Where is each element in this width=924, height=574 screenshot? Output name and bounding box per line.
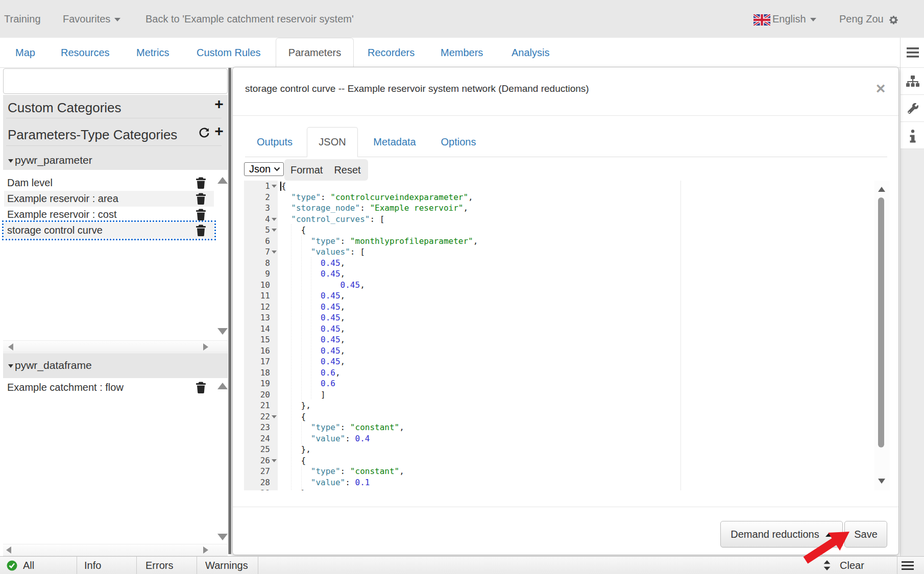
dialog-tab-options[interactable]: Options — [430, 127, 487, 157]
tools-button[interactable] — [901, 95, 924, 122]
log-tab-info[interactable]: Info — [84, 557, 101, 574]
nav-back-link[interactable]: Back to 'Example catchment reservoir sys… — [145, 0, 354, 38]
scroll-left-icon[interactable] — [6, 546, 11, 554]
panel-splitter[interactable] — [228, 68, 231, 554]
collapse-triangle-icon — [8, 364, 13, 368]
editor-mode-select[interactable]: Json — [244, 162, 284, 176]
statusbar-separator — [258, 557, 258, 574]
scroll-up-icon[interactable] — [217, 177, 228, 184]
scroll-up-icon[interactable] — [878, 187, 885, 192]
menu-toggle-button[interactable] — [901, 38, 924, 68]
line-number: 22 — [244, 411, 270, 422]
add-parameter-category-button[interactable]: + — [212, 125, 226, 138]
scroll-left-icon[interactable] — [8, 343, 13, 351]
line-number: 25 — [244, 444, 270, 455]
trash-icon[interactable] — [196, 224, 206, 236]
uk-flag-icon — [753, 14, 770, 26]
line-number: 9 — [244, 268, 270, 280]
json-code-editor[interactable]: 1234567891011121314151617181920212223242… — [244, 181, 890, 490]
log-tab-warnings[interactable]: Warnings — [205, 557, 248, 574]
scroll-down-icon[interactable] — [217, 328, 228, 335]
add-custom-category-button[interactable]: + — [212, 98, 226, 111]
list-item[interactable]: Dam level — [4, 175, 214, 191]
list-item[interactable]: Example reservoir : cost — [4, 207, 214, 222]
statusbar-separator — [197, 557, 197, 574]
tab-label: Parameters — [276, 38, 353, 67]
scrollbar-thumb[interactable] — [878, 197, 884, 447]
horizontal-scrollbar[interactable] — [3, 340, 228, 353]
info-icon — [910, 130, 916, 143]
trash-icon[interactable] — [196, 177, 206, 189]
scroll-up-icon[interactable] — [217, 383, 228, 389]
refresh-icon[interactable] — [198, 126, 210, 138]
scenario-dropdown-button[interactable]: Demand reductions — [720, 521, 843, 547]
tab-custom-rules[interactable]: Custom Rules — [197, 38, 261, 67]
close-icon[interactable]: × — [873, 80, 888, 97]
format-button[interactable]: Format — [290, 159, 322, 181]
pywr-dataframe-list: Example catchment : flow — [3, 378, 228, 544]
trash-icon[interactable] — [196, 192, 206, 205]
log-clear-button[interactable]: Clear — [840, 557, 864, 574]
dialog-tab-outputs[interactable]: Outputs — [245, 127, 304, 157]
dialog-footer-divider — [233, 507, 898, 507]
code-line: "type": "constant", — [281, 466, 404, 477]
sidebar-search-input[interactable] — [3, 68, 228, 94]
scroll-right-icon[interactable] — [203, 343, 208, 351]
dialog-tab-json[interactable]: JSON — [307, 127, 358, 157]
scroll-down-icon[interactable] — [878, 479, 885, 484]
save-button[interactable]: Save — [844, 521, 887, 547]
fold-caret-icon[interactable] — [271, 455, 277, 466]
line-number: 26 — [244, 455, 270, 466]
network-tree-button[interactable] — [901, 68, 924, 95]
log-tab-all[interactable]: All — [23, 557, 34, 574]
code-line: "type": "constant", — [281, 422, 404, 433]
trash-icon[interactable] — [196, 208, 206, 220]
nav-favourites-menu[interactable]: Favourites — [63, 0, 120, 38]
log-tab-errors[interactable]: Errors — [145, 557, 173, 574]
nav-user-menu[interactable]: Peng Zou — [839, 0, 899, 38]
tab-members[interactable]: Members — [441, 38, 483, 67]
statusbar-separator — [136, 557, 137, 574]
scroll-down-icon[interactable] — [217, 534, 228, 540]
line-number: 10 — [244, 280, 270, 291]
editor-scrollbar[interactable] — [874, 181, 890, 490]
gear-icon — [888, 14, 899, 26]
tab-recorders[interactable]: Recorders — [368, 38, 415, 67]
fold-caret-icon[interactable] — [271, 411, 277, 422]
code-line: } — [281, 488, 306, 490]
code-line: "value": 0.1 — [281, 477, 370, 488]
info-button[interactable] — [901, 122, 924, 149]
horizontal-scrollbar[interactable] — [3, 544, 228, 556]
fold-caret-icon[interactable] — [271, 246, 277, 258]
sitemap-icon — [906, 76, 919, 88]
list-item[interactable]: Example reservoir : area — [4, 191, 214, 207]
fold-caret-icon[interactable] — [271, 224, 277, 236]
tab-map[interactable]: Map — [15, 38, 35, 67]
statusbar-separator — [77, 557, 77, 574]
indent-guide — [301, 422, 302, 444]
scroll-right-icon[interactable] — [203, 546, 208, 554]
tab-parameters[interactable]: Parameters — [276, 38, 354, 68]
dialog-tab-metadata[interactable]: Metadata — [361, 127, 428, 157]
sort-arrows-icon[interactable] — [822, 560, 832, 570]
group-header-pywr-dataframe[interactable]: pywr_dataframe — [3, 353, 228, 378]
fold-caret-icon[interactable] — [271, 214, 277, 225]
fold-caret-icon[interactable] — [271, 181, 277, 192]
code-line: 0.6 — [281, 378, 335, 389]
section-divider — [6, 118, 222, 118]
section-divider — [6, 145, 222, 146]
tab-analysis[interactable]: Analysis — [512, 38, 549, 67]
list-item[interactable]: storage control curve — [4, 222, 214, 238]
select-chevron-icon — [274, 167, 280, 171]
group-header-pywr-parameter[interactable]: pywr_parameter — [8, 154, 92, 166]
nav-brand-training[interactable]: Training — [4, 0, 41, 38]
code-line: }, — [281, 400, 311, 411]
item-label: Example catchment : flow — [7, 380, 124, 395]
nav-language-menu[interactable]: English — [753, 0, 816, 38]
reset-button[interactable]: Reset — [333, 159, 361, 181]
trash-icon[interactable] — [196, 381, 206, 393]
hamburger-icon[interactable] — [902, 561, 914, 570]
tab-metrics[interactable]: Metrics — [136, 38, 169, 67]
list-item[interactable]: Example catchment : flow — [4, 380, 214, 395]
tab-resources[interactable]: Resources — [61, 38, 110, 67]
